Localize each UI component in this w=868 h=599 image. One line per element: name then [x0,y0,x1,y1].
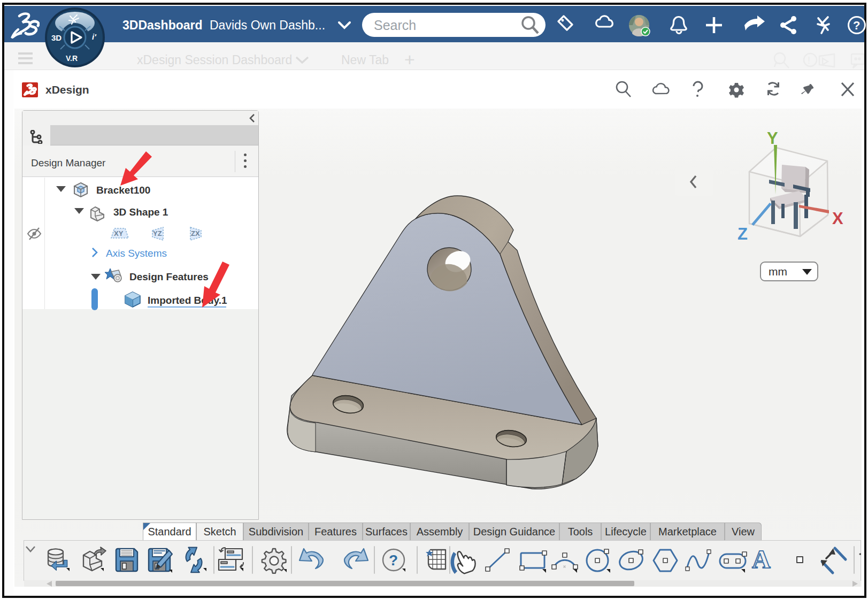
svg-text:XY: XY [114,229,124,237]
svg-text:X: X [832,209,843,228]
svg-text:?: ? [853,19,860,32]
svg-text:V.R: V.R [66,54,78,63]
svg-text:Design Features: Design Features [129,271,209,282]
svg-text:3D: 3D [51,33,62,42]
svg-text:A: A [752,545,771,573]
svg-text:!: ! [808,55,810,66]
svg-text:Axis Systems: Axis Systems [106,248,167,259]
svg-text:ZX: ZX [191,229,200,237]
svg-text:?: ? [389,552,398,569]
svg-text:YZ: YZ [153,229,162,237]
svg-text:Z: Z [738,225,748,241]
svg-text:Y: Y [767,129,778,148]
svg-text:i': i' [92,32,96,41]
svg-text:3D Shape 1: 3D Shape 1 [113,206,168,218]
